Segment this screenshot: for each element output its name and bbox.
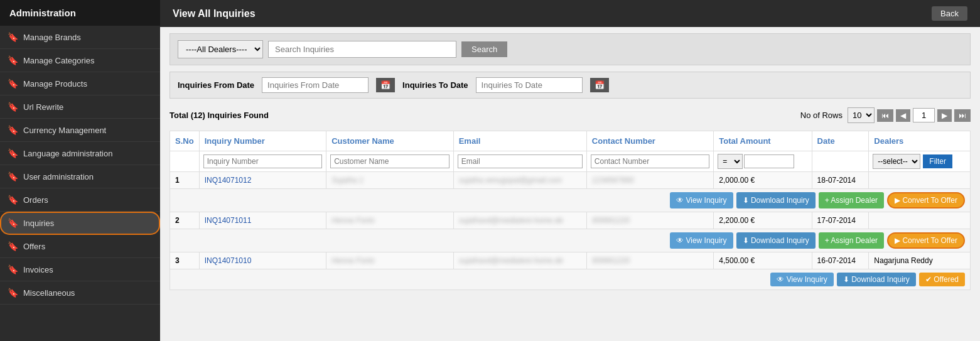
sidebar-item-label: Currency Management [23,126,106,135]
sidebar-item-manage-categories[interactable]: 🔖 Manage Categories [0,49,160,72]
col-total-amount: Total Amount [714,131,812,151]
sidebar-item-miscellaneous[interactable]: 🔖 Miscellaneous [0,281,160,305]
row1-dealers [869,172,971,189]
action-buttons-2: 👁 View Inquiry ⬇ Download Inquiry + Assi… [175,232,965,249]
row2-amount: 2,200.00 € [714,212,812,229]
view-inquiry-btn-2[interactable]: 👁 View Inquiry [670,232,733,249]
rows-label: No of Rows [800,111,843,120]
view-inquiry-btn-3[interactable]: 👁 View Inquiry [770,273,833,286]
main-content: ----All Dealers---- Search Inquiries Fro… [160,27,980,341]
view-inquiry-btn-1[interactable]: 👁 View Inquiry [670,192,733,208]
sidebar: Administration 🔖 Manage Brands 🔖 Manage … [0,0,160,341]
amount-op-select[interactable]: =>< [718,154,743,169]
row3-dealers: Nagarjuna Reddy [869,252,971,269]
main-panel: View All Inquiries Back ----All Dealers-… [160,0,980,341]
invoices-icon: 🔖 [8,264,18,274]
sidebar-item-label: Miscellaneous [23,288,75,298]
rows-select[interactable]: 10 25 50 [848,107,875,123]
convert-to-offer-btn-2[interactable]: ▶ Convert To Offer [887,232,965,249]
to-date-input[interactable] [476,77,583,93]
download-inquiry-btn-2[interactable]: ⬇ Download Inquiry [736,232,816,249]
action-row-2: 👁 View Inquiry ⬇ Download Inquiry + Assi… [170,229,971,252]
col-email: Email [453,131,586,151]
inquiries-icon: 🔖 [8,218,18,228]
to-date-label: Inquiries To Date [402,80,468,90]
total-count: Total (12) Inquiries Found [170,111,269,120]
sidebar-item-language-administration[interactable]: 🔖 Language administration [0,142,160,165]
from-date-label: Inquiries From Date [178,80,254,90]
from-calendar-icon[interactable]: 📅 [376,78,395,92]
offered-btn-3[interactable]: ✔ Offered [919,273,965,286]
row1-customer-name: Sujatha 1 [326,172,454,189]
convert-to-offer-btn-1[interactable]: ▶ Convert To Offer [887,192,965,208]
sidebar-item-label: Invoices [23,265,53,274]
sidebar-item-currency-management[interactable]: 🔖 Currency Management [0,119,160,142]
sidebar-item-user-administration[interactable]: 🔖 User administration [0,165,160,188]
manage-categories-icon: 🔖 [8,55,18,65]
filter-amount[interactable] [744,154,794,168]
inquiry-table: S.No Inquiry Number Customer Name Email … [170,131,971,290]
row3-customer-name: Henna Fonts [326,252,454,269]
sidebar-item-manage-products[interactable]: 🔖 Manage Products [0,72,160,95]
row1-email: sujatha.venugopal@gmail.com [453,172,586,189]
row3-date: 16-07-2014 [812,252,869,269]
search-button[interactable]: Search [461,41,507,57]
assign-dealer-btn-2[interactable]: + Assign Dealer [819,232,884,249]
sidebar-item-invoices[interactable]: 🔖 Invoices [0,258,160,281]
sidebar-item-label: Offers [23,242,45,251]
dealer-select[interactable]: ----All Dealers---- [178,40,263,58]
sidebar-item-orders[interactable]: 🔖 Orders [0,188,160,212]
prev-page-button[interactable]: ◀ [896,109,910,122]
sidebar-item-label: Manage Products [23,79,87,89]
col-customer-name: Customer Name [326,131,454,151]
next-page-button[interactable]: ▶ [937,109,952,122]
table-header-row: S.No Inquiry Number Customer Name Email … [170,131,971,151]
user-admin-icon: 🔖 [8,171,18,181]
sidebar-item-label: Inquiries [23,219,54,228]
row2-date: 17-07-2014 [812,212,869,229]
action-buttons-3: 👁 View Inquiry ⬇ Download Inquiry ✔ Offe… [175,273,965,286]
main-header: View All Inquiries Back [160,0,980,27]
col-sno: S.No [170,131,200,151]
filter-inquiry-number[interactable] [203,154,323,168]
row2-customer-name: Henna Fonts [326,212,454,229]
sidebar-item-label: User administration [23,172,94,181]
filter-button[interactable]: Filter [923,154,952,168]
row2-email: sujathavd@mediatest-home.de [453,212,586,229]
sidebar-item-label: Manage Categories [23,56,94,65]
row2-inquiry-number: INQ14071011 [199,212,326,229]
filter-email[interactable] [458,154,583,168]
row1-sno: 1 [170,172,200,189]
filter-row: =>< --select-- Filter [170,151,971,172]
col-contact-number: Contact Number [586,131,714,151]
row1-amount: 2,000.00 € [714,172,812,189]
to-calendar-icon[interactable]: 📅 [590,78,609,92]
sidebar-item-offers[interactable]: 🔖 Offers [0,235,160,258]
manage-products-icon: 🔖 [8,78,18,89]
action-row-3: 👁 View Inquiry ⬇ Download Inquiry ✔ Offe… [170,269,971,290]
filter-customer-name[interactable] [330,154,450,168]
first-page-button[interactable]: ⏮ [877,109,893,122]
orders-icon: 🔖 [8,195,18,205]
row3-contact: 999961220 [586,252,714,269]
download-inquiry-btn-3[interactable]: ⬇ Download Inquiry [837,273,916,286]
back-button[interactable]: Back [932,6,967,21]
search-input[interactable] [268,41,456,58]
dealers-filter-select[interactable]: --select-- [873,154,920,169]
sidebar-item-url-rewrite[interactable]: 🔖 Url Rewrite [0,95,160,119]
filter-contact-number[interactable] [591,154,710,168]
col-date: Date [812,131,869,151]
download-inquiry-btn-1[interactable]: ⬇ Download Inquiry [736,192,816,208]
table-row: 2 INQ14071011 Henna Fonts sujathavd@medi… [170,212,971,229]
assign-dealer-btn-1[interactable]: + Assign Dealer [819,192,884,208]
sidebar-title: Administration [0,0,160,26]
page-input[interactable] [913,108,935,122]
last-page-button[interactable]: ⏭ [954,109,971,122]
row1-inquiry-number: INQ14071012 [199,172,326,189]
from-date-input[interactable] [262,77,369,93]
date-filter-row: Inquiries From Date 📅 Inquiries To Date … [170,72,971,99]
sidebar-item-manage-brands[interactable]: 🔖 Manage Brands [0,26,160,49]
sidebar-item-inquiries[interactable]: 🔖 Inquiries [0,212,160,235]
row1-contact: 1234567890 [586,172,714,189]
col-dealers: Dealers [869,131,971,151]
